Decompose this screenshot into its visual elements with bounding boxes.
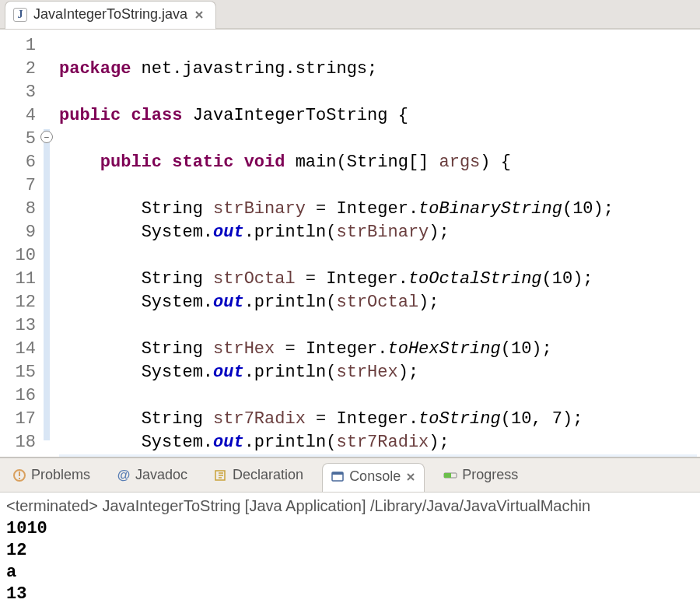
code-line: public class JavaIntegerToString {: [59, 106, 408, 125]
svg-rect-2: [19, 478, 20, 479]
code-line: System.out.println(strBinary);: [59, 223, 450, 242]
code-line: public static void main(String[] args) {: [59, 152, 511, 172]
code-content[interactable]: package net.javastring.strings; public c…: [53, 30, 697, 457]
line-number: 7: [0, 174, 50, 198]
tab-javadoc[interactable]: @ Javadoc: [109, 462, 195, 488]
tab-console[interactable]: Console: [322, 463, 425, 492]
line-number: 3: [0, 81, 50, 104]
line-number: 12: [0, 291, 50, 314]
line-number: 17: [0, 408, 50, 431]
line-number: 13: [0, 314, 50, 338]
code-line: System.out.println(str7Radix);: [59, 433, 450, 452]
console-process-header: <terminated> JavaIntegerToString [Java A…: [6, 497, 694, 518]
tab-declaration[interactable]: Declaration: [206, 462, 311, 488]
tab-problems[interactable]: Problems: [5, 462, 98, 488]
declaration-icon: [214, 468, 228, 482]
view-tab-bar: Problems @ Javadoc Declaration Console: [0, 458, 700, 493]
progress-icon: [443, 468, 457, 482]
console-output-line: 12: [6, 540, 694, 562]
console-view[interactable]: <terminated> JavaIntegerToString [Java A…: [0, 493, 700, 610]
tab-label: Javadoc: [135, 467, 187, 483]
editor-tab-bar: J JavaIntegerToString.java: [0, 0, 700, 29]
console-output-line: 1010: [6, 518, 694, 540]
line-number: 6: [0, 151, 50, 174]
line-number: 11: [0, 268, 50, 291]
code-line: String strOctal = Integer.toOctalString(…: [59, 269, 593, 289]
tab-label: Declaration: [233, 467, 303, 483]
line-number: 14: [0, 338, 50, 361]
line-number: 1: [0, 34, 50, 58]
console-output-line: a: [6, 562, 694, 584]
line-number: 18: [0, 431, 50, 454]
javadoc-icon: @: [117, 468, 131, 482]
code-line: String strBinary = Integer.toBinaryStrin…: [59, 199, 614, 219]
tab-label: Problems: [31, 467, 90, 483]
problems-icon: [12, 468, 26, 482]
code-line: String str7Radix = Integer.toString(10, …: [59, 409, 583, 429]
line-number: 9: [0, 221, 50, 244]
console-output-line: 13: [6, 584, 694, 605]
tab-label: Console: [349, 468, 401, 485]
line-number: 16: [0, 384, 50, 408]
code-line: package net.javastring.strings;: [59, 59, 377, 79]
line-number: 5: [0, 128, 50, 151]
line-number: 8: [0, 198, 50, 221]
console-icon: [331, 470, 345, 484]
editor-tab-label: JavaIntegerToString.java: [33, 6, 187, 23]
tab-progress[interactable]: Progress: [436, 462, 526, 488]
line-number: 10: [0, 244, 50, 268]
line-number: 15: [0, 361, 50, 384]
code-line: String strHex = Integer.toHexString(10);: [59, 339, 552, 359]
bottom-panel: Problems @ Javadoc Declaration Console: [0, 457, 700, 610]
code-line: System.out.println(strOctal);: [59, 293, 439, 312]
svg-rect-7: [444, 473, 451, 478]
code-line: System.out.println(strHex);: [59, 363, 418, 382]
svg-rect-5: [332, 472, 343, 475]
line-number-gutter: – 1 2 3 4 5 6 7 8 9 10 11 12 13 14 15 16…: [0, 30, 53, 457]
close-icon[interactable]: [405, 472, 416, 482]
line-number: 2: [0, 58, 50, 81]
editor-tab[interactable]: J JavaIntegerToString.java: [5, 1, 216, 29]
code-editor[interactable]: – 1 2 3 4 5 6 7 8 9 10 11 12 13 14 15 16…: [0, 29, 700, 457]
svg-rect-1: [19, 472, 20, 476]
close-icon[interactable]: [194, 9, 205, 20]
tab-label: Progress: [462, 467, 518, 483]
java-file-icon: J: [13, 8, 27, 22]
line-number: 4: [0, 104, 50, 128]
